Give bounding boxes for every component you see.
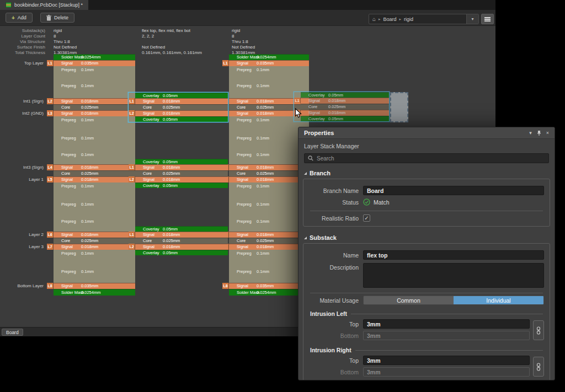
- layer-row-signal[interactable]: L2Signal0.018mm: [129, 244, 228, 250]
- layer-row-signal[interactable]: L5Signal0.018mm: [222, 176, 309, 182]
- layer-row-prepreg[interactable]: Prepreg0.1mm: [47, 201, 135, 218]
- search-input[interactable]: Search: [304, 153, 549, 163]
- layer-row-signal[interactable]: L7Signal0.018mm: [47, 244, 135, 250]
- layer-row-mask[interactable]: Coverlay0.05mm: [294, 92, 389, 98]
- board-tab[interactable]: Board: [2, 329, 23, 336]
- layer-row-signal[interactable]: L8Signal0.035mm: [47, 283, 135, 289]
- layer-row-signal[interactable]: L1Signal0.018mm: [129, 164, 228, 170]
- layer-row-mask[interactable]: Solder Mask0.0254mm: [222, 289, 309, 296]
- layer-row-signal[interactable]: L2Signal0.018mm: [129, 110, 228, 116]
- layer-row-signal[interactable]: L1Signal0.018mm: [294, 98, 389, 104]
- flex-substack-block[interactable]: Coverlay0.05mmL1Signal0.018mmCore0.025mm…: [129, 93, 228, 122]
- layer-row-prepreg[interactable]: Prepreg0.1mm: [47, 182, 135, 201]
- layer-row-prepreg[interactable]: Prepreg0.1mm: [47, 135, 135, 151]
- layer-row-content: Signal0.018mm: [135, 176, 228, 182]
- layer-row-content: Coverlay0.05mm: [135, 226, 228, 232]
- layer-row-prepreg[interactable]: Prepreg0.1mm: [47, 268, 135, 283]
- layer-row-core[interactable]: Core0.025mm: [47, 238, 135, 244]
- intrusion-right-top-input[interactable]: [363, 356, 530, 365]
- layer-row-signal[interactable]: L2Signal0.018mm: [129, 176, 228, 182]
- layer-row-mask[interactable]: Solder Mask0.0254mm: [47, 54, 135, 60]
- layer-row-signal[interactable]: L2Signal0.018mm: [47, 98, 135, 104]
- layer-row-signal[interactable]: L5Signal0.018mm: [47, 176, 135, 182]
- layer-row-mask[interactable]: Coverlay0.05mm: [129, 182, 228, 188]
- layer-row-content: Prepreg0.1mm: [229, 151, 309, 164]
- layer-row-prepreg[interactable]: Prepreg0.1mm: [222, 135, 309, 151]
- material-common-button[interactable]: Common: [364, 296, 454, 304]
- layer-row-signal[interactable]: L8Signal0.035mm: [222, 283, 309, 289]
- layer-row-signal[interactable]: L2Signal0.018mm: [294, 110, 389, 116]
- layer-row-mask[interactable]: Coverlay0.05mm: [129, 226, 228, 232]
- breadcrumb[interactable]: ⌂ ▸ Board ▸ rigid ▾: [369, 14, 479, 24]
- pin-icon[interactable]: [537, 130, 541, 136]
- layer-row-core[interactable]: Core0.025mm: [129, 104, 228, 110]
- layer-row-signal[interactable]: L1Signal0.035mm: [222, 60, 309, 66]
- layer-row-core[interactable]: Core0.025mm: [222, 238, 309, 244]
- layer-row-prepreg[interactable]: Prepreg0.1mm: [222, 268, 309, 283]
- menu-button[interactable]: [481, 14, 494, 24]
- substack-section-header[interactable]: Substack: [304, 234, 549, 241]
- layer-row-core[interactable]: Core0.025mm: [47, 104, 135, 110]
- layer-row-content: Signal0.018mm: [54, 98, 135, 104]
- panel-dropdown-icon[interactable]: ▾: [529, 130, 532, 136]
- layer-row-prepreg[interactable]: Prepreg0.1mm: [47, 82, 135, 98]
- dragged-flex-substack[interactable]: Coverlay0.05mmL1Signal0.018mmCore0.025mm…: [294, 92, 389, 121]
- intrusion-right-link-button[interactable]: [533, 357, 544, 377]
- layer-row-signal[interactable]: L6Signal0.018mm: [222, 232, 309, 238]
- layer-row-mask[interactable]: Coverlay0.05mm: [129, 93, 228, 98]
- layer-row-prepreg[interactable]: Prepreg0.1mm: [222, 201, 309, 218]
- layer-row-signal[interactable]: L1Signal0.018mm: [129, 232, 228, 238]
- layer-row-core[interactable]: Core0.025mm: [129, 170, 228, 176]
- realistic-ratio-checkbox[interactable]: ✓: [363, 214, 370, 222]
- layer-row-mask[interactable]: Coverlay0.05mm: [294, 116, 389, 121]
- layer-row-mask[interactable]: Coverlay0.05mm: [129, 250, 228, 255]
- intrusion-left-link-button[interactable]: [533, 320, 544, 340]
- layer-row-signal[interactable]: L4Signal0.018mm: [47, 164, 135, 170]
- layer-row-signal[interactable]: L7Signal0.018mm: [222, 244, 309, 250]
- intrusion-left-top-input[interactable]: [363, 319, 530, 329]
- properties-panel-header[interactable]: Properties ▾ ×: [299, 127, 555, 139]
- layer-row-prepreg[interactable]: Prepreg0.1mm: [47, 218, 135, 232]
- layer-row-signal[interactable]: L1Signal0.018mm: [129, 98, 228, 104]
- document-tab[interactable]: bookbinder.PcbDoc [Stackup] *: [0, 0, 88, 10]
- branch-section-header[interactable]: Branch: [304, 170, 549, 176]
- breadcrumb-arrow-icon: ▸: [379, 17, 381, 22]
- layer-row-signal[interactable]: L4Signal0.018mm: [222, 164, 309, 170]
- delete-button[interactable]: Delete: [40, 13, 74, 23]
- layer-row-prepreg[interactable]: Prepreg0.1mm: [222, 218, 309, 232]
- substack-name-input[interactable]: [363, 250, 544, 260]
- layer-row-prepreg[interactable]: Prepreg0.1mm: [222, 250, 309, 268]
- layer-row-prepreg[interactable]: Prepreg0.1mm: [47, 116, 135, 135]
- layer-row-prepreg[interactable]: Prepreg0.1mm: [222, 182, 309, 201]
- layer-row-core[interactable]: Core0.025mm: [129, 238, 228, 244]
- layer-row-signal[interactable]: L3Signal0.018mm: [47, 110, 135, 116]
- layer-row-signal[interactable]: L6Signal0.018mm: [47, 232, 135, 238]
- layer-row-prepreg[interactable]: Prepreg0.1mm: [47, 151, 135, 164]
- flex-substack-block[interactable]: Coverlay0.05mmL1Signal0.018mmCore0.025mm…: [129, 159, 228, 188]
- layer-row-mask[interactable]: Coverlay0.05mm: [129, 159, 228, 164]
- close-icon[interactable]: ×: [546, 130, 549, 136]
- layer-row-core[interactable]: Core0.025mm: [222, 170, 309, 176]
- flex-substack-block[interactable]: Coverlay0.05mmL1Signal0.018mmCore0.025mm…: [129, 226, 228, 255]
- layer-row-prepreg[interactable]: Prepreg0.1mm: [47, 66, 135, 82]
- breadcrumb-item-rigid[interactable]: rigid: [404, 17, 413, 22]
- layer-row-signal[interactable]: L1Signal0.035mm: [47, 60, 135, 66]
- breadcrumb-item-board[interactable]: Board: [383, 17, 397, 22]
- substack-rigid-right[interactable]: Solder Mask0.0254mmL1Signal0.035mmPrepre…: [222, 54, 309, 296]
- layer-row-core[interactable]: Core0.025mm: [294, 104, 389, 110]
- layer-row-prepreg[interactable]: Prepreg0.1mm: [222, 66, 309, 82]
- add-button[interactable]: + Add: [6, 13, 33, 23]
- layer-row-content: Signal0.018mm: [54, 232, 135, 238]
- layer-row-prepreg[interactable]: Prepreg0.1mm: [222, 151, 309, 164]
- material-individual-button[interactable]: Individual: [454, 296, 543, 304]
- description-textarea[interactable]: [363, 263, 544, 288]
- home-icon[interactable]: ⌂: [372, 16, 376, 22]
- branch-name-input[interactable]: [363, 186, 544, 195]
- layer-row-mask[interactable]: Solder Mask0.0254mm: [222, 54, 309, 60]
- breadcrumb-dropdown-button[interactable]: ▾: [466, 14, 478, 24]
- layer-row-mask[interactable]: Solder Mask0.0254mm: [47, 289, 135, 296]
- substack-rigid-left[interactable]: Solder Mask0.0254mmL1Signal0.035mmPrepre…: [47, 54, 135, 296]
- layer-row-mask[interactable]: Coverlay0.05mm: [129, 116, 228, 122]
- layer-row-core[interactable]: Core0.025mm: [47, 170, 135, 176]
- layer-row-prepreg[interactable]: Prepreg0.1mm: [47, 250, 135, 268]
